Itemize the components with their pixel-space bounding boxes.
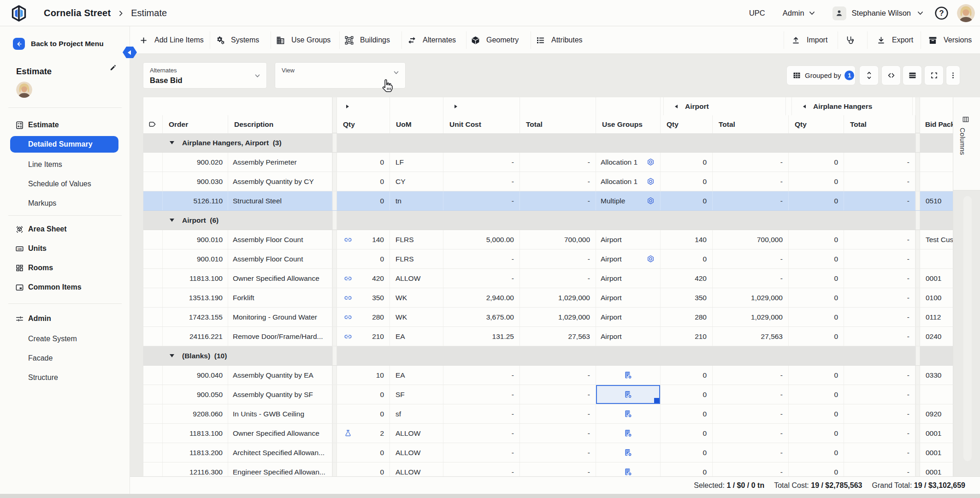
use-groups-cell[interactable]: Airport (596, 230, 661, 249)
unit-cost-cell[interactable]: - (443, 249, 520, 268)
sidebar-item-admin[interactable]: Admin (0, 309, 130, 328)
qty-cell[interactable]: 420 (337, 269, 390, 288)
table-row[interactable]: 900.010Assembly Floor Count140FLRS5,000.… (143, 230, 953, 249)
hangers-qty-cell[interactable]: 0 (789, 385, 844, 404)
qty-cell[interactable]: 140 (337, 230, 390, 249)
toolbar-button-systems[interactable]: Systems (215, 26, 259, 54)
use-groups-cell[interactable] (596, 366, 661, 385)
qty-cell[interactable]: 0 (337, 385, 390, 404)
group-row-airplane-hangers-airport[interactable]: Airplane Hangers, Airport (3) (143, 133, 953, 153)
header-airport-total[interactable]: Total (713, 115, 789, 133)
sidebar-item-detailed-summary[interactable]: Detailed Summary (10, 136, 118, 153)
order-cell[interactable]: 12116.300 (163, 462, 228, 476)
header-total[interactable]: Total (520, 115, 596, 133)
total-cell[interactable]: - (520, 443, 596, 462)
total-cell[interactable]: - (520, 462, 596, 476)
row-height-button[interactable] (903, 66, 921, 85)
airport-total-cell[interactable]: - (713, 249, 789, 268)
header-group-cost[interactable] (443, 97, 520, 115)
hangers-qty-cell[interactable]: 0 (789, 443, 844, 462)
columns-panel-tab[interactable]: Columns (953, 97, 980, 190)
bid-package-cell[interactable] (920, 172, 953, 191)
uom-cell[interactable]: sf (390, 404, 443, 423)
sidebar-item-markups[interactable]: Markups (0, 194, 130, 213)
fullscreen-button[interactable] (925, 66, 943, 85)
header-unit-cost[interactable]: Unit Cost (443, 115, 520, 133)
description-cell[interactable]: Assembly Perimeter (228, 153, 332, 172)
description-cell[interactable]: Monitoring - Ground Water (228, 308, 332, 326)
qty-cell[interactable]: 2 (337, 424, 390, 443)
unit-cost-cell[interactable]: - (443, 385, 520, 404)
header-hangers-qty[interactable]: Qty (789, 115, 844, 133)
app-logo-icon[interactable] (12, 5, 26, 22)
uom-cell[interactable]: FLRS (390, 249, 443, 268)
airport-qty-cell[interactable]: 0 (661, 153, 713, 172)
hangers-total-cell[interactable]: - (844, 191, 915, 210)
airport-qty-cell[interactable]: 0 (661, 191, 713, 210)
row-tag-cell[interactable] (143, 366, 163, 385)
table-row[interactable]: 900.030Assembly Quantity by CY0CY--Alloc… (143, 172, 953, 191)
airport-total-cell[interactable]: 1,029,000 (713, 288, 789, 307)
row-tag-cell[interactable] (143, 404, 163, 423)
header-order[interactable]: Order (163, 115, 228, 133)
qty-cell[interactable]: 0 (337, 153, 390, 172)
grouped-by-button[interactable]: Grouped by 1 (787, 66, 855, 85)
total-cell[interactable]: - (520, 424, 596, 443)
bid-package-cell[interactable] (920, 249, 953, 268)
order-cell[interactable]: 11813.100 (163, 269, 228, 288)
header-description[interactable]: Description (228, 115, 332, 133)
uom-cell[interactable]: tn (390, 191, 443, 210)
sidebar-item-rooms[interactable]: Rooms (0, 258, 130, 278)
order-cell[interactable]: 17423.155 (163, 308, 228, 326)
table-row[interactable]: 13513.190Forklift350WK2,940.001,029,000A… (143, 288, 953, 308)
airport-total-cell[interactable]: 700,000 (713, 230, 789, 249)
unit-cost-cell[interactable]: - (443, 462, 520, 476)
airport-total-cell[interactable]: - (713, 404, 789, 423)
order-cell[interactable]: 900.010 (163, 249, 228, 268)
order-cell[interactable]: 900.020 (163, 153, 228, 172)
hangers-total-cell[interactable]: - (844, 172, 915, 191)
toolbar-button-versions[interactable]: Versions (928, 26, 972, 54)
airport-qty-cell[interactable]: 0 (661, 249, 713, 268)
hangers-qty-cell[interactable]: 0 (789, 424, 844, 443)
description-cell[interactable]: Engineer Specified Allowan... (228, 462, 332, 476)
description-cell[interactable]: Structural Steel (228, 191, 332, 210)
bid-package-cell[interactable]: 0001 (920, 443, 953, 462)
admin-menu[interactable]: Admin (783, 9, 816, 18)
toolbar-button-buildings[interactable]: Buildings (344, 26, 390, 54)
table-row[interactable]: 900.040Assembly Quantity by EA10EA--0-0-… (143, 366, 953, 385)
use-groups-cell[interactable]: Airport (596, 308, 661, 326)
order-cell[interactable]: 5126.110 (163, 191, 228, 210)
airport-qty-cell[interactable]: 0 (661, 366, 713, 385)
hangers-qty-cell[interactable]: 0 (789, 327, 844, 346)
bid-package-cell[interactable]: 0001 (920, 462, 953, 476)
qty-cell[interactable]: 210 (337, 327, 390, 346)
total-cell[interactable]: - (520, 191, 596, 210)
airport-total-cell[interactable]: - (713, 462, 789, 476)
table-row[interactable]: 9208.060In Units - GWB Ceiling0sf--0-0-0… (143, 404, 953, 424)
header-qty[interactable]: Qty (337, 115, 390, 133)
total-cell[interactable]: - (520, 366, 596, 385)
unit-cost-cell[interactable]: - (443, 424, 520, 443)
use-groups-cell[interactable] (596, 424, 661, 443)
row-tag-cell[interactable] (143, 462, 163, 476)
unit-cost-cell[interactable]: 5,000.00 (443, 230, 520, 249)
row-tag-cell[interactable] (143, 269, 163, 288)
uom-cell[interactable]: ALLOW (390, 424, 443, 443)
qty-cell[interactable]: 0 (337, 191, 390, 210)
row-tag-cell[interactable] (143, 288, 163, 307)
hangers-qty-cell[interactable]: 0 (789, 230, 844, 249)
hangers-qty-cell[interactable]: 0 (789, 269, 844, 288)
header-row-tag[interactable] (143, 115, 163, 133)
uom-cell[interactable]: ALLOW (390, 443, 443, 462)
table-row[interactable]: 17423.155Monitoring - Ground Water280WK3… (143, 308, 953, 327)
bid-package-cell[interactable]: 0100 (920, 288, 953, 307)
total-cell[interactable]: - (520, 269, 596, 288)
order-cell[interactable]: 900.050 (163, 385, 228, 404)
table-row[interactable]: 24116.221Remove Door/Frame/Hard...210EA1… (143, 327, 953, 346)
airport-qty-cell[interactable]: 0 (661, 424, 713, 443)
use-groups-cell[interactable]: Airport (596, 288, 661, 307)
view-dropdown[interactable]: View (275, 62, 406, 89)
row-tag-cell[interactable] (143, 153, 163, 172)
sidebar-item-line-items[interactable]: Line Items (0, 155, 130, 174)
